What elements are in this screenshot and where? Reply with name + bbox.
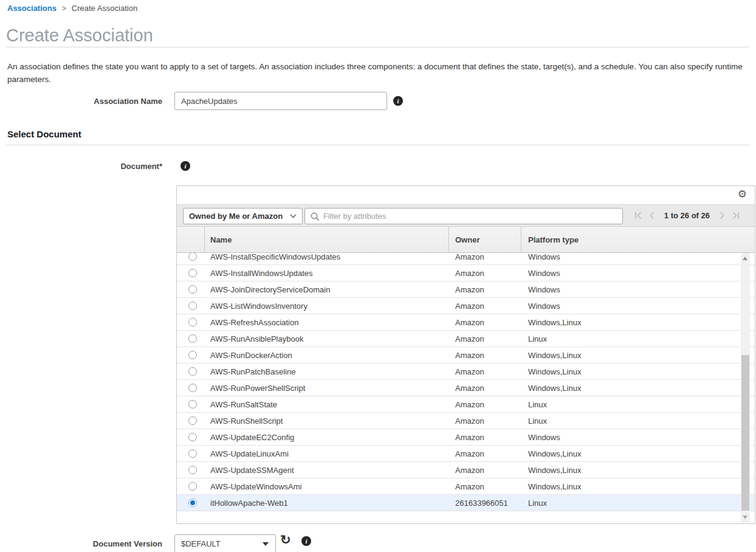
table-row[interactable]: AWS-RunShellScriptAmazonLinux (177, 413, 755, 429)
table-scrollbar[interactable] (741, 253, 750, 523)
document-name: AWS-UpdateLinuxAmi (210, 449, 289, 458)
document-platform: Windows,Linux (528, 482, 581, 491)
next-page-icon[interactable] (719, 212, 725, 219)
document-platform: Windows,Linux (528, 367, 581, 376)
document-owner: Amazon (455, 367, 484, 376)
column-header-name[interactable]: Name (210, 235, 232, 244)
table-row[interactable]: AWS-InstallWindowsUpdatesAmazonWindows (177, 265, 755, 281)
column-header-owner[interactable]: Owner (455, 235, 479, 244)
row-radio-button[interactable] (188, 384, 197, 392)
breadcrumb-associations-link[interactable]: Associations (7, 4, 57, 13)
table-row[interactable]: AWS-RunAnsiblePlaybookAmazonLinux (177, 331, 755, 347)
last-page-icon[interactable] (732, 212, 740, 219)
document-version-label: Document Version (0, 539, 162, 548)
document-name: AWS-InstallSpecificWindowsUpdates (210, 253, 340, 261)
table-row[interactable]: AWS-RunPowerShellScriptAmazonWindows,Lin… (177, 380, 755, 396)
row-radio-button[interactable] (188, 433, 197, 441)
document-owner: Amazon (455, 318, 484, 327)
scroll-up-icon[interactable] (743, 257, 747, 260)
table-row[interactable]: AWS-InstallSpecificWindowsUpdatesAmazonW… (177, 253, 755, 265)
document-platform: Linux (528, 334, 547, 343)
document-platform: Linux (528, 416, 547, 426)
document-platform: Windows,Linux (528, 466, 581, 475)
column-header-platform[interactable]: Platform type (528, 235, 579, 244)
document-owner: Amazon (455, 334, 484, 343)
document-owner: Amazon (455, 433, 484, 442)
row-radio-button[interactable] (188, 482, 197, 491)
row-radio-button[interactable] (188, 367, 197, 376)
table-row[interactable]: AWS-UpdateEC2ConfigAmazonWindows (177, 429, 755, 446)
table-row[interactable]: itHollowApache-Web1261633966051Linux (177, 495, 755, 511)
paginator: 1 to 26 of 26 (634, 205, 740, 226)
scrollbar-thumb[interactable] (741, 355, 749, 511)
table-filter-bar: Owned by Me or Amazon 1 to 2 (177, 204, 755, 227)
table-row[interactable]: AWS-RunPatchBaselineAmazonWindows,Linux (177, 364, 755, 380)
document-name: AWS-RunAnsiblePlaybook (210, 334, 303, 343)
document-name: AWS-UpdateSSMAgent (210, 466, 294, 475)
document-label: Document* (0, 162, 162, 171)
document-platform: Windows (528, 433, 560, 442)
document-name: AWS-RunDockerAction (210, 351, 292, 360)
first-page-icon[interactable] (634, 212, 642, 219)
document-name: AWS-ListWindowsInventory (210, 302, 308, 311)
association-name-info-icon[interactable]: i (393, 96, 403, 106)
owner-filter-label: Owned by Me or Amazon (189, 212, 283, 221)
chevron-down-icon (290, 214, 297, 218)
column-separator (521, 227, 521, 252)
attribute-filter-input[interactable] (323, 209, 620, 223)
association-name-input[interactable] (174, 92, 387, 110)
document-owner: 261633966051 (455, 499, 508, 508)
title-divider (6, 47, 749, 47)
table-row[interactable]: AWS-RunDockerActionAmazonWindows,Linux (177, 347, 755, 364)
document-table: ⚙ Owned by Me or Amazon (176, 185, 755, 524)
table-row[interactable]: AWS-UpdateWindowsAmiAmazonWindows,Linux (177, 478, 755, 495)
document-platform: Windows,Linux (528, 351, 581, 360)
document-owner: Amazon (455, 416, 484, 426)
row-radio-button[interactable] (188, 416, 197, 425)
row-radio-button[interactable] (188, 302, 197, 310)
document-owner: Amazon (455, 285, 484, 294)
document-platform: Linux (528, 499, 547, 508)
document-platform: Windows (528, 302, 560, 311)
document-name: AWS-RunPowerShellScript (210, 384, 305, 393)
table-row[interactable]: AWS-UpdateSSMAgentAmazonWindows,Linux (177, 462, 755, 478)
table-header: Name Owner Platform type (177, 227, 755, 253)
row-radio-button[interactable] (188, 400, 197, 409)
pagination-range: 1 to 26 of 26 (664, 211, 710, 220)
column-separator (448, 227, 449, 252)
row-radio-button[interactable] (188, 269, 197, 277)
table-row[interactable]: AWS-ListWindowsInventoryAmazonWindows (177, 298, 755, 314)
search-icon (311, 212, 320, 221)
document-platform: Windows (528, 285, 560, 294)
caret-down-icon (263, 542, 269, 546)
row-radio-button[interactable] (188, 466, 197, 474)
scroll-down-icon[interactable] (743, 516, 747, 519)
document-version-dropdown[interactable]: $DEFAULT (174, 534, 276, 552)
table-row[interactable]: AWS-RunSaltStateAmazonLinux (177, 396, 755, 413)
row-radio-button[interactable] (188, 318, 197, 326)
row-radio-button[interactable] (188, 351, 197, 359)
refresh-icon[interactable]: ↻ (280, 533, 291, 546)
previous-page-icon[interactable] (649, 212, 655, 219)
breadcrumb-current: Create Association (72, 4, 137, 13)
gear-icon[interactable]: ⚙ (738, 189, 747, 199)
document-name: AWS-RunPatchBaseline (210, 367, 295, 376)
row-radio-button[interactable] (188, 285, 197, 294)
table-row[interactable]: AWS-RefreshAssociationAmazonWindows,Linu… (177, 314, 755, 331)
section-divider (6, 145, 749, 145)
document-info-icon[interactable]: i (180, 161, 190, 171)
row-radio-button[interactable] (188, 499, 197, 507)
table-row[interactable]: AWS-UpdateLinuxAmiAmazonWindows,Linux (177, 446, 755, 462)
page-description: An association defines the state you wan… (7, 60, 746, 86)
table-row[interactable]: AWS-JoinDirectoryServiceDomainAmazonWind… (177, 281, 755, 298)
row-radio-button[interactable] (188, 334, 197, 343)
document-name: AWS-JoinDirectoryServiceDomain (210, 285, 330, 294)
document-version-info-icon[interactable]: i (301, 536, 311, 546)
row-radio-button[interactable] (188, 253, 197, 261)
document-owner: Amazon (455, 351, 484, 360)
owner-filter-dropdown[interactable]: Owned by Me or Amazon (183, 208, 303, 224)
document-owner: Amazon (455, 482, 484, 491)
document-version-value: $DEFAULT (181, 539, 221, 548)
row-radio-button[interactable] (188, 449, 197, 458)
document-owner: Amazon (455, 269, 484, 278)
